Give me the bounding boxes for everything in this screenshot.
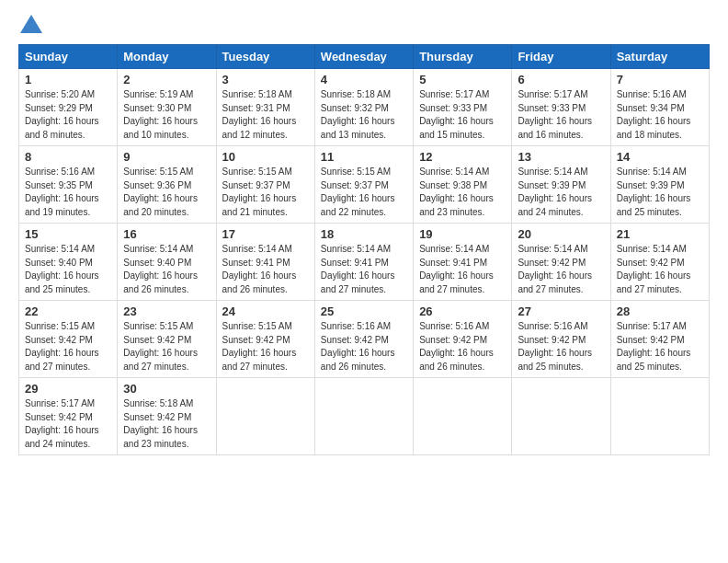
- day-detail: Sunrise: 5:16 AM Sunset: 9:42 PM Dayligh…: [518, 320, 604, 373]
- calendar-cell: 24Sunrise: 5:15 AM Sunset: 9:42 PM Dayli…: [216, 301, 314, 378]
- day-number: 2: [123, 73, 210, 86]
- calendar-cell: 8Sunrise: 5:16 AM Sunset: 9:35 PM Daylig…: [19, 146, 118, 224]
- calendar-cell: 26Sunrise: 5:16 AM Sunset: 9:42 PM Dayli…: [414, 301, 512, 378]
- day-number: 5: [419, 73, 506, 86]
- day-number: 13: [518, 150, 604, 164]
- calendar-table: SundayMondayTuesdayWednesdayThursdayFrid…: [18, 44, 710, 455]
- calendar-cell: 15Sunrise: 5:14 AM Sunset: 9:40 PM Dayli…: [19, 224, 118, 301]
- day-number: 30: [123, 382, 210, 396]
- day-detail: Sunrise: 5:15 AM Sunset: 9:42 PM Dayligh…: [222, 320, 309, 373]
- day-number: 12: [419, 150, 506, 164]
- calendar-cell: [610, 378, 709, 455]
- calendar-cell: [414, 378, 512, 455]
- calendar-week-row: 29Sunrise: 5:17 AM Sunset: 9:42 PM Dayli…: [19, 378, 710, 455]
- day-number: 9: [123, 150, 210, 164]
- calendar-cell: [512, 378, 610, 455]
- day-detail: Sunrise: 5:18 AM Sunset: 9:32 PM Dayligh…: [321, 88, 407, 142]
- logo: [18, 15, 42, 33]
- day-detail: Sunrise: 5:19 AM Sunset: 9:30 PM Dayligh…: [123, 88, 210, 142]
- day-detail: Sunrise: 5:18 AM Sunset: 9:42 PM Dayligh…: [123, 397, 210, 451]
- calendar-cell: 23Sunrise: 5:15 AM Sunset: 9:42 PM Dayli…: [118, 301, 216, 378]
- calendar-cell: 11Sunrise: 5:15 AM Sunset: 9:37 PM Dayli…: [314, 146, 413, 224]
- day-detail: Sunrise: 5:15 AM Sunset: 9:37 PM Dayligh…: [222, 166, 309, 219]
- calendar-cell: 10Sunrise: 5:15 AM Sunset: 9:37 PM Dayli…: [216, 146, 314, 224]
- day-detail: Sunrise: 5:14 AM Sunset: 9:41 PM Dayligh…: [222, 243, 309, 296]
- day-detail: Sunrise: 5:14 AM Sunset: 9:41 PM Dayligh…: [321, 243, 407, 296]
- calendar-cell: 29Sunrise: 5:17 AM Sunset: 9:42 PM Dayli…: [19, 378, 118, 455]
- header: [18, 15, 710, 33]
- day-detail: Sunrise: 5:15 AM Sunset: 9:36 PM Dayligh…: [123, 166, 210, 219]
- day-detail: Sunrise: 5:20 AM Sunset: 9:29 PM Dayligh…: [25, 88, 111, 142]
- day-number: 25: [321, 304, 407, 318]
- weekday-header: Friday: [512, 45, 610, 69]
- calendar-cell: [314, 378, 413, 455]
- calendar-cell: 14Sunrise: 5:14 AM Sunset: 9:39 PM Dayli…: [610, 146, 709, 224]
- calendar-cell: 25Sunrise: 5:16 AM Sunset: 9:42 PM Dayli…: [314, 301, 413, 378]
- calendar-cell: 19Sunrise: 5:14 AM Sunset: 9:41 PM Dayli…: [414, 224, 512, 301]
- calendar-cell: 27Sunrise: 5:16 AM Sunset: 9:42 PM Dayli…: [512, 301, 610, 378]
- day-detail: Sunrise: 5:16 AM Sunset: 9:42 PM Dayligh…: [321, 320, 407, 373]
- day-number: 16: [123, 227, 210, 241]
- day-number: 22: [25, 304, 111, 318]
- day-detail: Sunrise: 5:14 AM Sunset: 9:42 PM Dayligh…: [617, 243, 703, 296]
- day-detail: Sunrise: 5:18 AM Sunset: 9:31 PM Dayligh…: [222, 88, 309, 142]
- day-number: 20: [518, 227, 604, 241]
- calendar-cell: 17Sunrise: 5:14 AM Sunset: 9:41 PM Dayli…: [216, 224, 314, 301]
- day-number: 21: [617, 227, 703, 241]
- day-detail: Sunrise: 5:15 AM Sunset: 9:42 PM Dayligh…: [25, 320, 111, 373]
- day-number: 8: [25, 150, 111, 164]
- day-detail: Sunrise: 5:16 AM Sunset: 9:35 PM Dayligh…: [25, 166, 111, 219]
- day-detail: Sunrise: 5:17 AM Sunset: 9:33 PM Dayligh…: [518, 88, 604, 142]
- day-number: 27: [518, 304, 604, 318]
- calendar-cell: 9Sunrise: 5:15 AM Sunset: 9:36 PM Daylig…: [118, 146, 216, 224]
- svg-marker-0: [20, 15, 42, 33]
- day-number: 15: [25, 227, 111, 241]
- day-number: 28: [617, 304, 703, 318]
- day-detail: Sunrise: 5:17 AM Sunset: 9:33 PM Dayligh…: [419, 88, 506, 142]
- calendar-cell: 16Sunrise: 5:14 AM Sunset: 9:40 PM Dayli…: [118, 224, 216, 301]
- calendar-cell: 28Sunrise: 5:17 AM Sunset: 9:42 PM Dayli…: [610, 301, 709, 378]
- day-detail: Sunrise: 5:16 AM Sunset: 9:42 PM Dayligh…: [419, 320, 506, 373]
- day-detail: Sunrise: 5:14 AM Sunset: 9:39 PM Dayligh…: [518, 166, 604, 219]
- calendar-cell: 22Sunrise: 5:15 AM Sunset: 9:42 PM Dayli…: [19, 301, 118, 378]
- day-number: 6: [518, 73, 604, 86]
- day-number: 24: [222, 304, 309, 318]
- day-detail: Sunrise: 5:14 AM Sunset: 9:39 PM Dayligh…: [617, 166, 703, 219]
- calendar-cell: 13Sunrise: 5:14 AM Sunset: 9:39 PM Dayli…: [512, 146, 610, 224]
- calendar-cell: 2Sunrise: 5:19 AM Sunset: 9:30 PM Daylig…: [118, 69, 216, 146]
- calendar-cell: 4Sunrise: 5:18 AM Sunset: 9:32 PM Daylig…: [314, 69, 413, 146]
- calendar-week-row: 1Sunrise: 5:20 AM Sunset: 9:29 PM Daylig…: [19, 69, 710, 146]
- day-number: 29: [25, 382, 111, 396]
- day-number: 10: [222, 150, 309, 164]
- calendar-cell: 7Sunrise: 5:16 AM Sunset: 9:34 PM Daylig…: [610, 69, 709, 146]
- day-detail: Sunrise: 5:14 AM Sunset: 9:40 PM Dayligh…: [25, 243, 111, 296]
- weekday-header-row: SundayMondayTuesdayWednesdayThursdayFrid…: [19, 45, 710, 69]
- calendar-cell: 21Sunrise: 5:14 AM Sunset: 9:42 PM Dayli…: [610, 224, 709, 301]
- day-detail: Sunrise: 5:15 AM Sunset: 9:42 PM Dayligh…: [123, 320, 210, 373]
- day-detail: Sunrise: 5:17 AM Sunset: 9:42 PM Dayligh…: [25, 397, 111, 451]
- calendar-cell: 30Sunrise: 5:18 AM Sunset: 9:42 PM Dayli…: [118, 378, 216, 455]
- weekday-header: Monday: [118, 45, 216, 69]
- day-number: 1: [25, 73, 111, 86]
- day-number: 4: [321, 73, 407, 86]
- calendar-cell: 3Sunrise: 5:18 AM Sunset: 9:31 PM Daylig…: [216, 69, 314, 146]
- calendar-cell: [216, 378, 314, 455]
- page-container: SundayMondayTuesdayWednesdayThursdayFrid…: [0, 0, 728, 466]
- weekday-header: Tuesday: [216, 45, 314, 69]
- weekday-header: Saturday: [610, 45, 709, 69]
- day-number: 18: [321, 227, 407, 241]
- day-detail: Sunrise: 5:14 AM Sunset: 9:41 PM Dayligh…: [419, 243, 506, 296]
- logo-icon: [20, 15, 42, 33]
- weekday-header: Sunday: [19, 45, 118, 69]
- day-number: 3: [222, 73, 309, 86]
- day-detail: Sunrise: 5:14 AM Sunset: 9:38 PM Dayligh…: [419, 166, 506, 219]
- calendar-cell: 5Sunrise: 5:17 AM Sunset: 9:33 PM Daylig…: [414, 69, 512, 146]
- calendar-cell: 1Sunrise: 5:20 AM Sunset: 9:29 PM Daylig…: [19, 69, 118, 146]
- weekday-header: Wednesday: [314, 45, 413, 69]
- day-number: 14: [617, 150, 703, 164]
- calendar-cell: 18Sunrise: 5:14 AM Sunset: 9:41 PM Dayli…: [314, 224, 413, 301]
- day-number: 19: [419, 227, 506, 241]
- day-detail: Sunrise: 5:17 AM Sunset: 9:42 PM Dayligh…: [617, 320, 703, 373]
- day-number: 17: [222, 227, 309, 241]
- calendar-cell: 20Sunrise: 5:14 AM Sunset: 9:42 PM Dayli…: [512, 224, 610, 301]
